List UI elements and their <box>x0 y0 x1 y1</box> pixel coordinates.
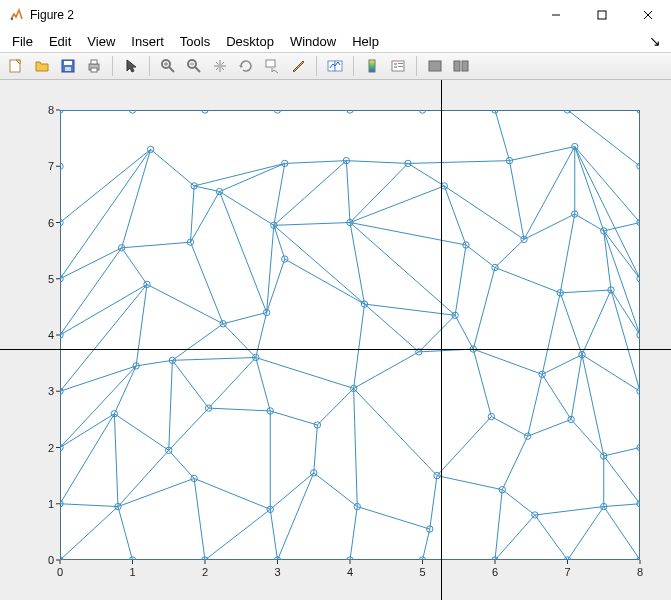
svg-line-199 <box>510 161 525 240</box>
svg-line-70 <box>118 478 194 506</box>
menu-file[interactable]: File <box>4 32 41 51</box>
svg-point-20 <box>218 64 223 69</box>
svg-line-135 <box>136 284 147 366</box>
svg-line-69 <box>60 504 118 507</box>
svg-line-178 <box>560 214 575 293</box>
legend-icon[interactable] <box>386 54 410 78</box>
svg-line-80 <box>357 507 430 530</box>
save-icon[interactable] <box>56 54 80 78</box>
svg-line-138 <box>223 324 256 358</box>
svg-line-94 <box>114 414 118 507</box>
svg-line-162 <box>191 242 224 324</box>
maximize-button[interactable] <box>579 0 625 30</box>
xtick-label: 3 <box>268 566 288 578</box>
svg-line-198 <box>408 161 510 164</box>
svg-line-188 <box>194 186 219 192</box>
svg-line-116 <box>136 360 172 366</box>
svg-line-177 <box>524 214 575 239</box>
xtick-label: 4 <box>340 566 360 578</box>
svg-line-84 <box>495 490 502 560</box>
svg-line-117 <box>169 360 173 450</box>
colorbar-icon[interactable] <box>360 54 384 78</box>
svg-rect-32 <box>454 61 460 71</box>
link-plot-icon[interactable] <box>323 54 347 78</box>
menu-help[interactable]: Help <box>344 32 387 51</box>
svg-rect-8 <box>64 61 72 65</box>
svg-line-74 <box>205 509 270 560</box>
svg-line-152 <box>542 293 560 375</box>
menu-tools[interactable]: Tools <box>172 32 218 51</box>
svg-line-88 <box>535 507 604 515</box>
ytick-label: 3 <box>34 385 54 397</box>
open-icon[interactable] <box>30 54 54 78</box>
svg-line-159 <box>60 248 122 279</box>
svg-line-121 <box>256 358 271 411</box>
svg-line-164 <box>220 192 267 313</box>
hide-tools-icon[interactable] <box>423 54 447 78</box>
brush-icon[interactable] <box>286 54 310 78</box>
svg-line-165 <box>220 192 274 226</box>
menu-view[interactable]: View <box>79 32 123 51</box>
svg-line-136 <box>172 324 223 361</box>
svg-line-187 <box>191 186 195 242</box>
zoom-in-icon[interactable] <box>156 54 180 78</box>
crosshair-vertical <box>441 80 442 600</box>
ytick-label: 7 <box>34 160 54 172</box>
svg-line-153 <box>560 293 582 355</box>
close-button[interactable] <box>625 0 671 30</box>
svg-line-125 <box>473 349 491 417</box>
minimize-button[interactable] <box>533 0 579 30</box>
svg-line-192 <box>285 161 347 164</box>
svg-line-143 <box>354 304 365 388</box>
svg-point-0 <box>11 17 13 19</box>
data-cursor-icon[interactable] <box>260 54 284 78</box>
rotate-icon[interactable] <box>234 54 258 78</box>
svg-line-148 <box>455 245 466 315</box>
new-figure-icon[interactable] <box>4 54 28 78</box>
svg-line-97 <box>169 408 209 450</box>
svg-line-166 <box>267 225 274 312</box>
svg-line-89 <box>568 507 604 560</box>
svg-line-126 <box>473 349 542 374</box>
svg-line-161 <box>122 242 191 248</box>
xtick-label: 7 <box>558 566 578 578</box>
menu-edit[interactable]: Edit <box>41 32 79 51</box>
svg-line-132 <box>582 355 604 456</box>
svg-line-204 <box>575 147 604 231</box>
svg-line-158 <box>60 248 122 335</box>
svg-line-79 <box>350 507 357 560</box>
svg-line-140 <box>256 313 267 358</box>
svg-line-146 <box>419 315 455 352</box>
svg-line-194 <box>346 161 350 223</box>
svg-line-163 <box>191 192 220 243</box>
svg-line-142 <box>285 259 365 304</box>
svg-line-81 <box>423 529 430 560</box>
svg-line-183 <box>60 149 151 278</box>
menu-insert[interactable]: Insert <box>123 32 172 51</box>
pan-icon[interactable] <box>208 54 232 78</box>
svg-line-77 <box>278 473 314 560</box>
dock-icon[interactable]: ↘ <box>643 33 667 49</box>
svg-line-72 <box>169 450 194 478</box>
show-tools-icon[interactable] <box>449 54 473 78</box>
print-icon[interactable] <box>82 54 106 78</box>
svg-line-171 <box>350 223 466 246</box>
ytick-label: 6 <box>34 217 54 229</box>
svg-line-130 <box>571 355 582 420</box>
svg-line-96 <box>114 414 168 451</box>
svg-line-196 <box>350 163 408 222</box>
svg-rect-29 <box>398 63 403 64</box>
svg-line-73 <box>194 478 270 509</box>
matlab-icon <box>8 7 24 23</box>
svg-line-122 <box>256 358 354 389</box>
xtick-label: 6 <box>485 566 505 578</box>
plot-container: 012345678012345678 <box>0 80 671 600</box>
ytick-label: 4 <box>34 329 54 341</box>
pointer-icon[interactable] <box>119 54 143 78</box>
menu-window[interactable]: Window <box>282 32 344 51</box>
svg-line-203 <box>575 147 640 223</box>
svg-line-107 <box>502 436 527 489</box>
zoom-out-icon[interactable] <box>182 54 206 78</box>
svg-line-120 <box>209 358 256 409</box>
menu-desktop[interactable]: Desktop <box>218 32 282 51</box>
